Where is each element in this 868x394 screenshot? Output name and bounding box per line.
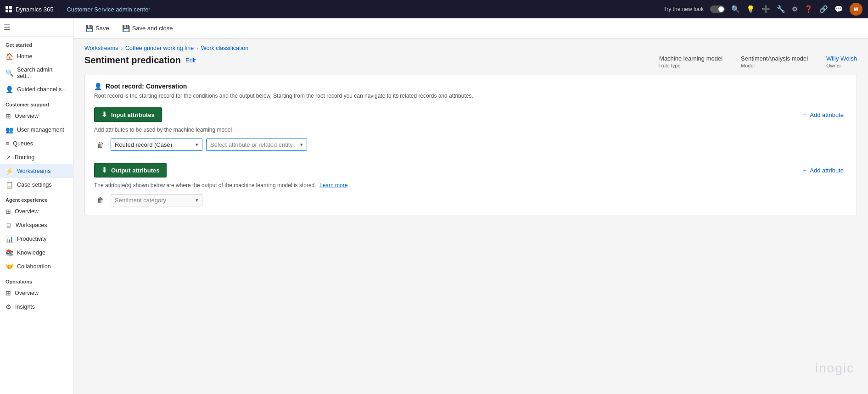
app-logo: Dynamics 365 <box>6 6 53 13</box>
guided-icon: 👤 <box>6 86 13 93</box>
sidebar-item-workspaces[interactable]: 🖥 Workspaces <box>0 218 73 232</box>
save-button[interactable]: 💾 Save <box>81 23 114 34</box>
case-settings-icon: 📋 <box>6 181 13 189</box>
input-icon: ⬇ <box>101 111 107 119</box>
add-output-attribute-button[interactable]: ＋ Add attribute <box>798 164 847 176</box>
save-close-label: Save and close <box>132 25 173 32</box>
chat-icon[interactable]: 💬 <box>834 5 843 13</box>
filter-icon[interactable]: 🔧 <box>777 5 785 13</box>
breadcrumb-workstreams[interactable]: Workstreams <box>84 45 118 51</box>
meta-rule-type: Machine learning model Rule type <box>659 55 722 68</box>
add-input-attribute-button[interactable]: ＋ Add attribute <box>798 109 847 121</box>
collaboration-icon: 🤝 <box>6 263 13 270</box>
sidebar-item-label: Workstreams <box>17 168 50 174</box>
delete-output-row-button[interactable]: 🗑 <box>94 194 107 206</box>
save-label: Save <box>95 25 109 32</box>
meta-owner: Willy Wolsh Owner <box>826 55 857 68</box>
settings-icon[interactable]: ⚙ <box>792 5 798 13</box>
workstreams-icon: ⚡ <box>6 167 13 175</box>
try-label: Try the new look <box>663 6 704 12</box>
output-section-header: ⬇ Output attributes ＋ Add attribute <box>94 163 847 178</box>
sidebar-item-productivity[interactable]: 📊 Productivity <box>0 232 73 246</box>
sidebar-item-label: Workspaces <box>16 222 47 228</box>
save-close-icon: 💾 <box>122 25 130 32</box>
sidebar-item-search[interactable]: 🔍 Search admin sett... <box>0 63 73 83</box>
sidebar-item-ae-overview[interactable]: ⊞ Overview <box>0 205 73 218</box>
input-attributes-section: ⬇ Input attributes ＋ Add attribute Add a… <box>94 107 847 153</box>
meta-owner-label: Owner <box>826 63 857 68</box>
sidebar-item-routing[interactable]: ↗ Routing <box>0 150 73 164</box>
sidebar-item-queues[interactable]: ≡ Queues <box>0 137 73 150</box>
avatar[interactable]: W <box>850 3 862 16</box>
root-record-desc: Root record is the starting record for t… <box>94 93 847 99</box>
lightbulb-icon[interactable]: 💡 <box>746 5 755 13</box>
attribute-select[interactable]: Select attribute or related entity ▾ <box>206 139 307 151</box>
output-record-select: Sentiment category ▾ <box>111 194 202 206</box>
sidebar-item-label: Guided channel s... <box>17 86 67 93</box>
ops-overview-icon: ⊞ <box>6 289 11 297</box>
try-toggle[interactable] <box>710 6 725 13</box>
breadcrumb: Workstreams › Coffee grinder working fin… <box>73 39 868 53</box>
search-icon[interactable]: 🔍 <box>731 5 740 13</box>
input-attr-row: 🗑 Routed record (Case) ▾ Select attribut… <box>94 137 847 153</box>
content-area: Workstreams › Coffee grinder working fin… <box>73 39 868 394</box>
sidebar-item-case-settings[interactable]: 📋 Case settings <box>0 178 73 192</box>
breadcrumb-coffee[interactable]: Coffee grinder working fine <box>125 45 194 51</box>
sidebar-item-user-mgmt[interactable]: 👥 User management <box>0 123 73 137</box>
save-icon: 💾 <box>85 25 93 32</box>
apps-icon[interactable] <box>6 6 12 12</box>
sidebar-item-label: Insights <box>15 304 35 310</box>
sidebar-item-guided[interactable]: 👤 Guided channel s... <box>0 83 73 96</box>
workspaces-icon: 🖥 <box>6 222 12 229</box>
output-title-box: ⬇ Output attributes <box>94 163 167 178</box>
sidebar-item-collaboration[interactable]: 🤝 Collaboration <box>0 260 73 273</box>
routing-icon: ↗ <box>6 154 11 161</box>
record-type-value: Routed record (Case) <box>115 141 172 148</box>
root-record-title-text: Root record: Conversation <box>106 83 187 90</box>
meta-model: SentimentAnalysis model Model <box>741 55 808 68</box>
sidebar-item-label: Knowledge <box>17 250 45 256</box>
brand-label: Dynamics 365 <box>16 6 53 13</box>
help-icon[interactable]: ❓ <box>804 5 813 13</box>
command-bar: 💾 Save 💾 Save and close <box>73 18 868 39</box>
add-output-label: Add attribute <box>810 167 844 174</box>
output-desc-prefix: The attribute(s) shown below are where t… <box>94 182 316 189</box>
sidebar-item-label: Search admin sett... <box>17 67 67 79</box>
breadcrumb-sep-2: › <box>196 45 198 51</box>
sidebar-item-insights[interactable]: ⚙ Insights <box>0 300 73 314</box>
ae-overview-icon: ⊞ <box>6 208 11 215</box>
sidebar-item-ops-overview[interactable]: ⊞ Overview <box>0 286 73 300</box>
meta-model-value: SentimentAnalysis model <box>741 55 808 62</box>
sidebar-item-workstreams[interactable]: ⚡ Workstreams <box>0 164 73 178</box>
hamburger-icon[interactable]: ☰ <box>4 23 10 31</box>
sidebar-item-label: Routing <box>15 154 34 161</box>
main-area: 💾 Save 💾 Save and close Workstreams › Co… <box>73 18 868 394</box>
share-icon[interactable]: 🔗 <box>819 5 828 13</box>
input-section-desc: Add attributes to be used by the machine… <box>94 127 847 133</box>
delete-input-row-button[interactable]: 🗑 <box>94 139 107 151</box>
operations-section: Operations <box>0 273 73 286</box>
edit-link[interactable]: Edit <box>185 57 196 64</box>
input-section-header: ⬇ Input attributes ＋ Add attribute <box>94 107 847 122</box>
add-icon[interactable]: ➕ <box>762 5 770 13</box>
get-started-section: Get started <box>0 37 73 50</box>
save-close-button[interactable]: 💾 Save and close <box>118 23 178 34</box>
output-icon: ⬇ <box>101 166 107 174</box>
sidebar-item-knowledge[interactable]: 📚 Knowledge <box>0 246 73 260</box>
sidebar-item-label: Overview <box>15 290 39 296</box>
meta-owner-value[interactable]: Willy Wolsh <box>826 55 857 62</box>
attribute-placeholder: Select attribute or related entity <box>210 141 293 148</box>
sidebar-item-home[interactable]: 🏠 Home <box>0 50 73 63</box>
breadcrumb-work-class[interactable]: Work classification <box>201 45 248 51</box>
output-attributes-section: ⬇ Output attributes ＋ Add attribute The … <box>94 163 847 208</box>
meta-rule-label: Rule type <box>659 63 722 68</box>
output-title-text: Output attributes <box>111 167 159 174</box>
insights-icon: ⚙ <box>6 303 11 311</box>
sidebar: ☰ Get started 🏠 Home 🔍 Search admin sett… <box>0 18 73 394</box>
sidebar-top: ☰ <box>0 18 73 37</box>
learn-more-link[interactable]: Learn more <box>319 182 347 189</box>
sidebar-item-label: Collaboration <box>17 263 51 270</box>
sidebar-item-cs-overview[interactable]: ⊞ Overview <box>0 109 73 123</box>
layout: ☰ Get started 🏠 Home 🔍 Search admin sett… <box>0 18 868 394</box>
record-type-select[interactable]: Routed record (Case) ▾ <box>111 139 202 151</box>
